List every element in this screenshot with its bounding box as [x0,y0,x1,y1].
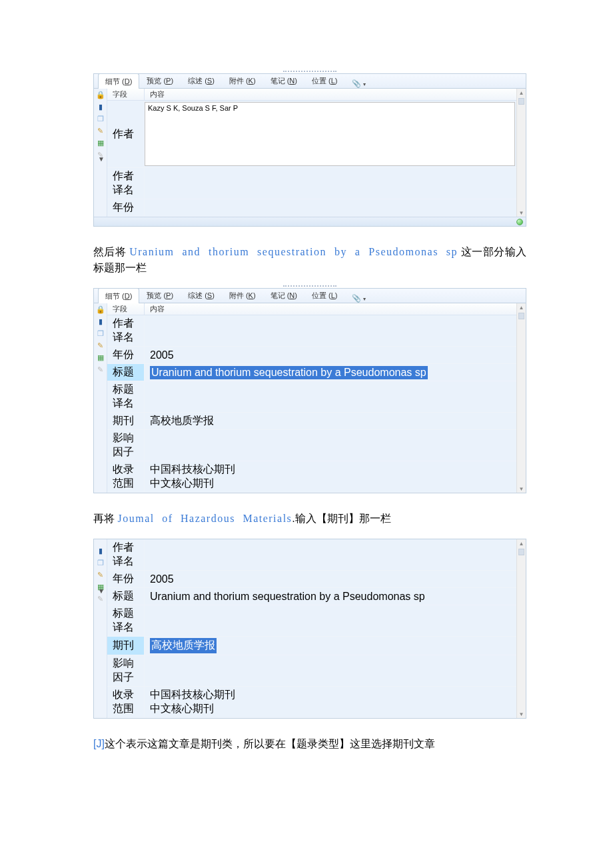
field-row[interactable]: 标题译名 [107,381,526,413]
panel1-rows-container: 作者作者译名年份 [107,101,526,217]
field-row[interactable]: 作者译名 [107,539,526,571]
field-value[interactable]: 高校地质学报 [145,413,526,429]
note-icon: ✎ [96,365,105,374]
tab-l[interactable]: 位置 (L) [305,287,345,303]
lock-icon: 🔒 [96,305,105,314]
field-row[interactable]: 年份 [107,199,526,217]
field-value[interactable] [145,381,526,412]
field-value[interactable]: 高校地质学报 [145,637,526,655]
book-icon: ▮ [96,546,105,555]
field-label: 作者译名 [107,315,145,346]
tab-p[interactable]: 预览 (P) [139,287,181,303]
tab-p[interactable]: 预览 (P) [139,73,181,88]
field-value[interactable] [145,605,526,636]
copy-icon: ❐ [96,114,105,123]
field-value[interactable] [145,168,526,199]
field-row[interactable]: 影响因子 [107,655,526,687]
field-row[interactable]: 作者译名 [107,168,526,199]
field-row[interactable]: 年份2005 [107,571,526,588]
header-value: 内容 [145,89,526,100]
field-row[interactable]: 期刊高校地质学报 [107,413,526,430]
status-bar [94,217,526,226]
field-row[interactable]: 标题Uranium and thorium sequestration by a… [107,588,526,605]
tab-n[interactable]: 笔记 (N) [263,73,305,88]
field-value[interactable] [145,199,526,216]
field-label: 期刊 [107,413,145,429]
pin-icon[interactable]: 📎 ▾ [352,294,366,303]
field-row[interactable]: 标题译名 [107,605,526,637]
pencil-icon: ✎ [96,570,105,579]
field-label: 影响因子 [107,430,145,461]
grid-icon: ▦ [96,138,105,147]
field-label: 标题 [107,588,145,605]
field-row[interactable]: 影响因子 [107,430,526,461]
field-value[interactable]: 中国科技核心期刊中文核心期刊 [145,687,526,717]
resize-handle[interactable] [283,285,336,288]
field-label: 收录范围 [107,461,145,492]
sidebar-icons: ▮ ❐ ✎ ▦ ✎ [94,539,107,718]
tab-k[interactable]: 附件 (K) [222,287,263,303]
lock-icon: 🔒 [96,90,105,99]
field-row[interactable]: 年份2005 [107,347,526,364]
tab-k[interactable]: 附件 (K) [222,73,263,88]
scrollbar[interactable]: ▲▼ [516,89,526,217]
tab-s[interactable]: 综述 (S) [181,73,222,88]
header-field: 字段 [107,89,145,100]
field-value[interactable] [145,101,526,167]
field-label: 标题译名 [107,605,145,636]
grid-icon: ▦ [96,353,105,362]
field-label: 期刊 [107,637,145,655]
scrollbar[interactable]: ▲▼ [516,539,526,718]
instruction-text-3: [J]这个表示这篇文章是期刊类，所以要在【题录类型】这里选择期刊文章 [93,736,526,752]
field-value[interactable] [145,315,526,346]
pin-icon[interactable]: 📎 ▾ [352,79,366,88]
tab-d[interactable]: 细节 (D) [98,288,139,303]
field-value[interactable]: Uranium and thorium sequestration by a P… [145,588,526,605]
field-value[interactable] [145,539,526,570]
field-value[interactable] [145,430,526,461]
field-row[interactable]: 作者 [107,101,526,168]
pencil-icon: ✎ [96,126,105,135]
field-value[interactable]: 2005 [145,347,526,363]
copy-icon: ❐ [96,329,105,338]
panel-tabs: 细节 (D)预览 (P)综述 (S)附件 (K)笔记 (N)位置 (L)📎 ▾ [94,289,526,303]
instruction-text-2: 再将 Joumal of Hazardous Materials.输入【期刊】那… [93,511,526,527]
field-label: 作者译名 [107,168,145,199]
column-headers: 字段 内容 [107,303,526,315]
field-label: 影响因子 [107,655,145,686]
tab-d[interactable]: 细节 (D) [98,73,139,89]
field-value[interactable]: 2005 [145,571,526,587]
column-headers: 字段 内容 [107,89,526,101]
detail-panel-3: ▮ ❐ ✎ ▦ ✎ ▼ 作者译名年份2005标题Uranium and thor… [93,539,526,719]
field-row[interactable]: 作者译名 [107,315,526,347]
instruction-text-1: 然后将 Uranium and thorium sequestration by… [93,244,526,276]
field-row[interactable]: 标题Uranium and thorium sequestration by a… [107,364,526,381]
field-label: 标题 [107,364,145,381]
expand-triangle[interactable]: ▼ [98,155,105,163]
resize-handle[interactable] [283,71,336,73]
field-label: 年份 [107,199,145,216]
scrollbar[interactable]: ▲▼ [516,303,526,493]
field-row[interactable]: 收录范围中国科技核心期刊中文核心期刊 [107,461,526,493]
detail-panel-2: 细节 (D)预览 (P)综述 (S)附件 (K)笔记 (N)位置 (L)📎 ▾ … [93,288,526,493]
field-label: 年份 [107,571,145,587]
panel3-rows-container: 作者译名年份2005标题Uranium and thorium sequestr… [107,539,526,718]
author-textarea[interactable] [145,102,515,166]
tab-n[interactable]: 笔记 (N) [263,287,305,303]
panel2-rows-container: 作者译名年份2005标题Uranium and thorium sequestr… [107,315,526,493]
tab-l[interactable]: 位置 (L) [305,73,345,88]
field-label: 收录范围 [107,687,145,717]
status-orb-icon [516,219,523,225]
expand-triangle[interactable]: ▼ [98,587,105,595]
field-row[interactable]: 收录范围中国科技核心期刊中文核心期刊 [107,687,526,718]
field-row[interactable]: 期刊高校地质学报 [107,637,526,655]
tab-s[interactable]: 综述 (S) [181,287,222,303]
pencil-icon: ✎ [96,341,105,350]
field-value[interactable]: 中国科技核心期刊中文核心期刊 [145,461,526,492]
field-label: 作者译名 [107,539,145,570]
field-value[interactable] [145,655,526,686]
field-label: 标题译名 [107,381,145,412]
field-label: 作者 [107,101,145,167]
header-value: 内容 [145,303,526,315]
field-value[interactable]: Uranium and thorium sequestration by a P… [145,364,526,381]
